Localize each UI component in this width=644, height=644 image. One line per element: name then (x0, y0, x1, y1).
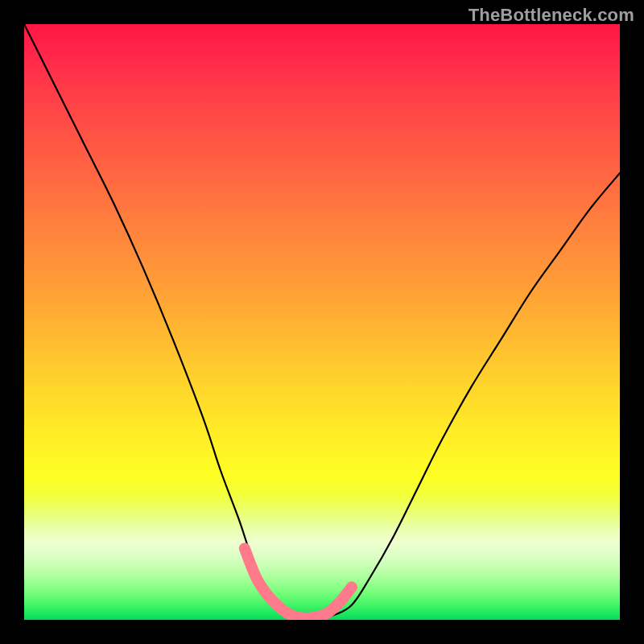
chart-stage: TheBottleneck.com (0, 0, 644, 644)
bottleneck-curve (24, 24, 620, 619)
chart-plot-area (24, 24, 620, 620)
chart-svg (24, 24, 620, 620)
watermark-text: TheBottleneck.com (469, 5, 634, 26)
bottom-highlight (245, 548, 352, 618)
